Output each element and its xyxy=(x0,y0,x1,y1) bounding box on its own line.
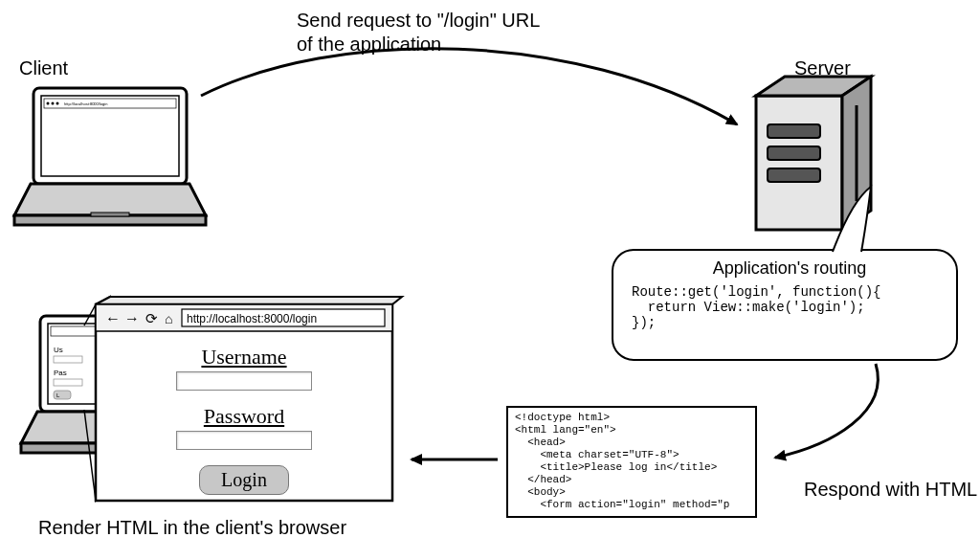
svg-rect-21 xyxy=(54,356,82,363)
password-label: Password xyxy=(96,404,392,429)
username-input[interactable] xyxy=(176,371,312,391)
html-code: <!doctype html> <html lang="en"> <head> … xyxy=(515,412,752,513)
username-label: Username xyxy=(96,345,392,370)
svg-text:Us: Us xyxy=(54,346,63,354)
laptop-client-icon: http://localhost:8000/login xyxy=(14,88,206,225)
svg-text:→: → xyxy=(124,310,140,326)
svg-rect-8 xyxy=(91,213,129,216)
svg-point-5 xyxy=(56,102,59,105)
routing-title: Application's routing xyxy=(632,258,947,279)
arrow-respond xyxy=(775,364,878,458)
svg-point-3 xyxy=(47,102,50,105)
svg-rect-14 xyxy=(768,168,820,182)
routing-content: Application's routing Route::get('login'… xyxy=(632,258,947,330)
svg-rect-13 xyxy=(768,146,820,160)
svg-marker-6 xyxy=(14,184,206,215)
svg-rect-9 xyxy=(756,96,842,230)
arrow-request xyxy=(201,49,737,124)
svg-point-4 xyxy=(52,102,55,105)
login-button[interactable]: Login xyxy=(199,465,289,495)
svg-text:⌂: ⌂ xyxy=(165,311,172,326)
password-input[interactable] xyxy=(176,431,312,450)
routing-code: Route::get('login', function(){ return V… xyxy=(632,284,947,330)
browser-url: http://localhost:8000/login xyxy=(187,312,317,325)
svg-text:⟳: ⟳ xyxy=(145,310,158,326)
svg-text:Pas: Pas xyxy=(54,369,67,377)
svg-rect-23 xyxy=(54,379,82,386)
svg-text:←: ← xyxy=(105,310,121,326)
login-form-area: Username Password Login xyxy=(96,331,392,501)
svg-rect-12 xyxy=(768,124,820,138)
laptop1-url: http://localhost:8000/login xyxy=(64,101,107,106)
